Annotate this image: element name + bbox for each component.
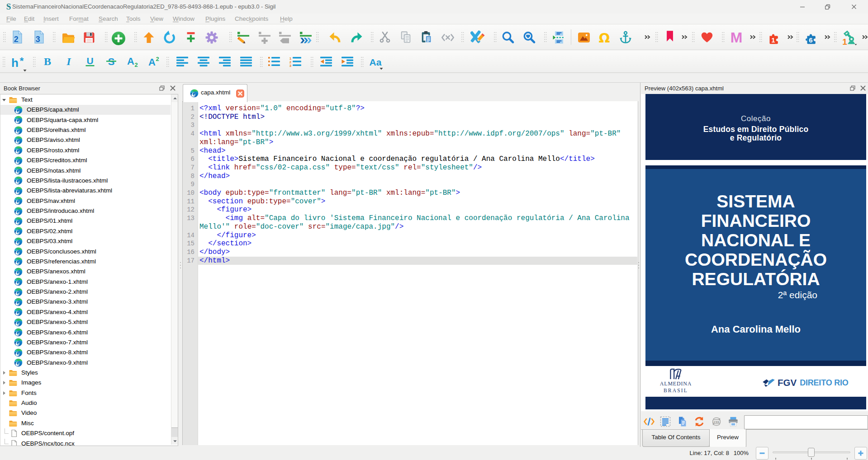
book-browser-float-button[interactable] <box>159 85 165 91</box>
toolbar-grip[interactable] <box>759 31 762 43</box>
tree-item-oebps-nav-xhtml[interactable]: OEBPS/nav.xhtml <box>0 196 171 206</box>
align-justify-button[interactable] <box>240 55 252 68</box>
code-line-12[interactable]: <figure> <box>183 206 637 214</box>
tree-item-oebps-capa-xhtml[interactable]: OEBPS/capa.xhtml <box>0 105 171 115</box>
toolbar-grip[interactable] <box>33 56 36 68</box>
code-disabled-button[interactable] <box>441 30 455 45</box>
menu-file[interactable]: File <box>6 14 16 24</box>
toolbar-grip[interactable] <box>544 31 547 43</box>
copy-blue-button[interactable] <box>677 416 688 427</box>
checkpoint-tag-disabled-button[interactable] <box>277 30 293 46</box>
tree-item-oebps-anexos-xhtml[interactable]: OEBPS/anexos.xhtml <box>0 267 171 277</box>
tree-item-oebps-lista-ilustracoes-xhtml[interactable]: OEBPS/lista-ilustracoes.xhtml <box>0 176 171 186</box>
toolbar-grip[interactable] <box>796 31 799 43</box>
cut-button[interactable] <box>378 30 392 44</box>
redo-button[interactable] <box>349 30 363 45</box>
tree-item-oebps-anexo-2-xhtml[interactable]: OEBPS/anexo-2.xhtml <box>0 287 171 297</box>
tree-item-fonts[interactable]: Fonts <box>0 388 171 398</box>
toolbar-grip[interactable] <box>166 56 169 68</box>
tree-item-oebps-aviso-xhtml[interactable]: OEBPS/aviso.xhtml <box>0 135 171 145</box>
tree-item-text[interactable]: Text <box>0 95 171 105</box>
add-file-button[interactable] <box>110 30 127 47</box>
save-button[interactable] <box>82 30 96 45</box>
mend-button[interactable] <box>470 30 486 46</box>
insert-file-button[interactable] <box>184 30 198 44</box>
toolbar-grip[interactable] <box>2 56 5 68</box>
tree-item-oebps-anexo-4-xhtml[interactable]: OEBPS/anexo-4.xhtml <box>0 307 171 317</box>
toolbar-grip[interactable] <box>260 56 263 68</box>
checkpoint-compare-button[interactable] <box>298 30 313 46</box>
toolbar-overflow-button[interactable] <box>681 33 688 41</box>
toolbar-grip[interactable] <box>461 31 464 43</box>
menu-search[interactable]: Search <box>99 14 118 24</box>
tree-item-oebps-conclusoes-xhtml[interactable]: OEBPS/conclusoes.xhtml <box>0 247 171 257</box>
plugin-one-button[interactable] <box>767 30 781 45</box>
toolbar-overflow-button[interactable] <box>644 33 651 41</box>
tab-capa-xhtml[interactable]: capa.xhtml <box>183 84 247 102</box>
copy-disabled-button[interactable] <box>399 30 413 44</box>
toolbar-grip[interactable] <box>370 31 374 43</box>
tree-collapse-arrow-icon[interactable] <box>2 380 6 385</box>
align-center-button[interactable] <box>197 55 210 68</box>
toolbar-grip[interactable] <box>52 31 56 43</box>
code-line-4[interactable]: <html xmlns="http://www.w3.org/1999/xhtm… <box>183 130 637 138</box>
code-line-14[interactable]: </figure> <box>183 231 637 240</box>
menu-format[interactable]: Format <box>69 14 89 24</box>
menu-help[interactable]: Help <box>280 14 293 24</box>
paste-button[interactable] <box>420 30 433 44</box>
tree-item-oebps-ncx-toc-ncx[interactable]: OEBPS/ncx/toc.ncx <box>0 439 171 446</box>
tree-item-oebps-01-xhtml[interactable]: OEBPS/01.xhtml <box>0 216 171 226</box>
menu-plugins[interactable]: Plugins <box>205 14 225 24</box>
code-line-15[interactable]: </section> <box>183 239 637 248</box>
code-line-7[interactable]: <link href="css/02-capa.css" type="text/… <box>183 164 637 172</box>
code-line-10[interactable]: <body epub:type="frontmatter" lang="pt-B… <box>183 189 637 197</box>
tree-item-oebps-content-opf[interactable]: OEBPS/content.opf <box>0 428 171 438</box>
italic-button[interactable] <box>63 55 75 67</box>
minimize-button[interactable] <box>792 0 813 14</box>
select-all-button[interactable] <box>660 416 671 427</box>
find-button[interactable] <box>501 30 515 45</box>
bullet-list-button[interactable] <box>268 55 280 68</box>
scrollbar-thumb[interactable] <box>171 427 178 437</box>
code-line-wrap[interactable]: xml:lang="pt-BR"> <box>183 138 637 147</box>
tree-item-oebps-anexo-9-xhtml[interactable]: OEBPS/anexo-9.xhtml <box>0 358 171 368</box>
tree-item-oebps-anexo-3-xhtml[interactable]: OEBPS/anexo-3.xhtml <box>0 297 171 307</box>
scrollbar-up-button[interactable] <box>171 94 178 102</box>
toolbar-grip[interactable] <box>104 31 108 43</box>
reload-button[interactable] <box>162 30 177 45</box>
toolbar-overflow-button[interactable] <box>824 33 831 41</box>
code-line-11[interactable]: <section epub:type="cover"> <box>183 197 637 206</box>
underline-button[interactable] <box>84 55 96 67</box>
plugin-robot-button[interactable] <box>841 30 858 47</box>
special-character-button[interactable] <box>597 30 612 45</box>
toolbar-grip[interactable] <box>3 31 6 43</box>
tree-collapse-arrow-icon[interactable] <box>2 391 6 395</box>
close-button[interactable] <box>844 0 864 14</box>
tree-item-oebps-quarta-capa-xhtml[interactable]: OEBPS/quarta-capa.xhtml <box>0 115 171 125</box>
menu-tools[interactable]: Tools <box>126 14 141 24</box>
code-line-1[interactable]: <?xml version="1.0" encoding="utf-8"?> <box>183 104 637 113</box>
code-line-6[interactable]: <title>Sistema Financeiro Nacional e coo… <box>183 155 637 164</box>
tree-collapse-arrow-icon[interactable] <box>2 371 6 375</box>
book-browser-scrollbar[interactable] <box>171 94 178 445</box>
code-line-5[interactable]: <head> <box>183 147 637 155</box>
plugin-m-button[interactable] <box>730 30 743 44</box>
toolbar-grip[interactable] <box>360 56 364 68</box>
align-left-button[interactable] <box>176 55 189 68</box>
code-line-8[interactable]: </head> <box>183 172 637 181</box>
tree-item-oebps-03-xhtml[interactable]: OEBPS/03.xhtml <box>0 236 171 246</box>
tree-item-video[interactable]: Video <box>0 408 171 418</box>
find-next-button[interactable] <box>522 30 536 45</box>
upload-button[interactable] <box>142 30 156 45</box>
checkpoint-create-button[interactable] <box>236 30 251 46</box>
new-epub3-button[interactable] <box>32 30 46 44</box>
strikethrough-button[interactable] <box>105 55 117 67</box>
new-epub2-button[interactable] <box>10 30 24 44</box>
numbered-list-button[interactable] <box>289 55 302 68</box>
toolbar-overflow-button[interactable] <box>861 33 868 41</box>
tree-item-oebps-orelhas-xhtml[interactable]: OEBPS/orelhas.xhtml <box>0 125 171 135</box>
tree-item-oebps-anexo-1-xhtml[interactable]: OEBPS/anexo-1.xhtml <box>0 277 171 287</box>
menu-checkpoints[interactable]: Checkpoints <box>235 14 268 24</box>
align-right-button[interactable] <box>218 55 231 68</box>
tree-item-oebps-notas-xhtml[interactable]: OEBPS/notas.xhtml <box>0 166 171 176</box>
